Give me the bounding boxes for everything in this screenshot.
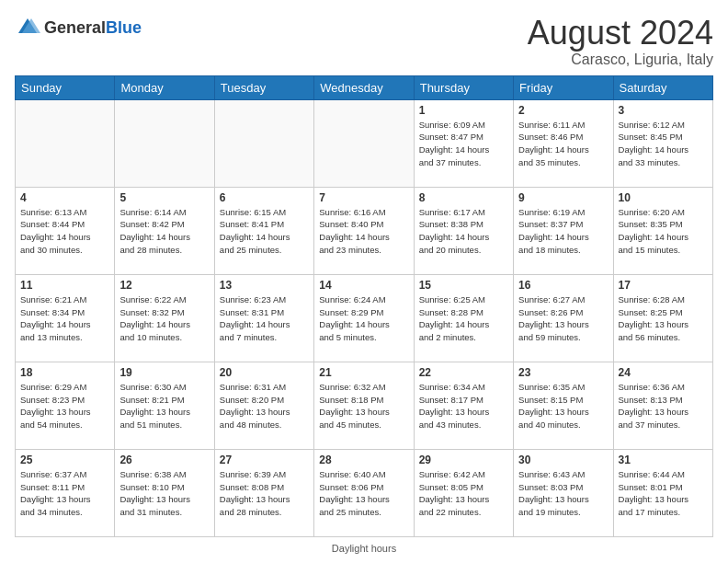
calendar-cell: 6Sunrise: 6:15 AM Sunset: 8:41 PM Daylig… (214, 187, 313, 274)
day-info: Sunrise: 6:42 AM Sunset: 8:05 PM Dayligh… (419, 468, 508, 519)
calendar-cell (214, 99, 313, 187)
calendar-week-1: 4Sunrise: 6:13 AM Sunset: 8:44 PM Daylig… (16, 187, 713, 274)
day-info: Sunrise: 6:31 AM Sunset: 8:20 PM Dayligh… (220, 381, 309, 431)
calendar-cell: 28Sunrise: 6:40 AM Sunset: 8:06 PM Dayli… (314, 449, 414, 536)
day-number: 18 (20, 366, 109, 379)
calendar-cell: 11Sunrise: 6:21 AM Sunset: 8:34 PM Dayli… (16, 274, 115, 362)
calendar-cell: 26Sunrise: 6:38 AM Sunset: 8:10 PM Dayli… (115, 449, 214, 536)
calendar-cell: 4Sunrise: 6:13 AM Sunset: 8:44 PM Daylig… (16, 187, 115, 274)
day-number: 25 (20, 454, 109, 466)
header: GeneralBlue August 2024 Carasco, Liguria… (15, 15, 713, 68)
day-number: 16 (518, 279, 608, 292)
calendar-week-3: 18Sunrise: 6:29 AM Sunset: 8:23 PM Dayli… (16, 362, 713, 449)
day-number: 24 (619, 366, 708, 379)
calendar-cell: 2Sunrise: 6:11 AM Sunset: 8:46 PM Daylig… (514, 99, 613, 187)
day-info: Sunrise: 6:30 AM Sunset: 8:21 PM Dayligh… (119, 381, 209, 431)
calendar-cell: 15Sunrise: 6:25 AM Sunset: 8:28 PM Dayli… (414, 274, 513, 362)
day-number: 28 (319, 454, 408, 466)
day-number: 29 (419, 454, 508, 466)
day-number: 11 (20, 279, 109, 292)
calendar-cell: 24Sunrise: 6:36 AM Sunset: 8:13 PM Dayli… (613, 362, 712, 449)
calendar-cell: 8Sunrise: 6:17 AM Sunset: 8:38 PM Daylig… (414, 187, 513, 274)
calendar-table: SundayMondayTuesdayWednesdayThursdayFrid… (15, 75, 713, 537)
calendar-cell: 30Sunrise: 6:43 AM Sunset: 8:03 PM Dayli… (514, 449, 613, 536)
day-number: 19 (119, 366, 209, 379)
footer: Daylight hours (15, 543, 713, 554)
day-info: Sunrise: 6:17 AM Sunset: 8:38 PM Dayligh… (419, 206, 508, 257)
day-info: Sunrise: 6:14 AM Sunset: 8:42 PM Dayligh… (119, 206, 209, 257)
day-number: 27 (220, 454, 309, 466)
day-info: Sunrise: 6:44 AM Sunset: 8:01 PM Dayligh… (619, 468, 708, 519)
calendar-cell: 14Sunrise: 6:24 AM Sunset: 8:29 PM Dayli… (314, 274, 414, 362)
calendar-cell (115, 99, 214, 187)
day-number: 22 (419, 366, 508, 379)
day-info: Sunrise: 6:15 AM Sunset: 8:41 PM Dayligh… (220, 206, 309, 257)
day-info: Sunrise: 6:20 AM Sunset: 8:35 PM Dayligh… (619, 206, 708, 257)
calendar-cell: 10Sunrise: 6:20 AM Sunset: 8:35 PM Dayli… (613, 187, 712, 274)
col-header-wednesday: Wednesday (314, 75, 414, 99)
day-number: 21 (319, 366, 408, 379)
calendar-week-2: 11Sunrise: 6:21 AM Sunset: 8:34 PM Dayli… (16, 274, 713, 362)
day-info: Sunrise: 6:12 AM Sunset: 8:45 PM Dayligh… (619, 119, 708, 169)
day-info: Sunrise: 6:09 AM Sunset: 8:47 PM Dayligh… (419, 119, 508, 169)
calendar-cell: 21Sunrise: 6:32 AM Sunset: 8:18 PM Dayli… (314, 362, 414, 449)
calendar-cell: 29Sunrise: 6:42 AM Sunset: 8:05 PM Dayli… (414, 449, 513, 536)
calendar-cell: 20Sunrise: 6:31 AM Sunset: 8:20 PM Dayli… (214, 362, 313, 449)
day-info: Sunrise: 6:23 AM Sunset: 8:31 PM Dayligh… (220, 293, 309, 344)
day-number: 4 (20, 191, 109, 204)
calendar-cell: 31Sunrise: 6:44 AM Sunset: 8:01 PM Dayli… (613, 449, 712, 536)
day-info: Sunrise: 6:11 AM Sunset: 8:46 PM Dayligh… (518, 119, 608, 169)
day-info: Sunrise: 6:35 AM Sunset: 8:15 PM Dayligh… (518, 381, 608, 431)
day-number: 15 (419, 279, 508, 292)
logo-icon (15, 15, 40, 40)
calendar-cell: 12Sunrise: 6:22 AM Sunset: 8:32 PM Dayli… (115, 274, 214, 362)
day-info: Sunrise: 6:39 AM Sunset: 8:08 PM Dayligh… (220, 468, 309, 519)
day-number: 20 (220, 366, 309, 379)
daylight-label: Daylight hours (332, 543, 396, 554)
day-number: 5 (119, 191, 209, 204)
day-info: Sunrise: 6:34 AM Sunset: 8:17 PM Dayligh… (419, 381, 508, 431)
day-number: 9 (518, 191, 608, 204)
calendar-cell: 7Sunrise: 6:16 AM Sunset: 8:40 PM Daylig… (314, 187, 414, 274)
day-number: 31 (619, 454, 708, 466)
day-number: 13 (220, 279, 309, 292)
main-title: August 2024 (528, 15, 713, 52)
day-number: 26 (119, 454, 209, 466)
col-header-saturday: Saturday (613, 75, 712, 99)
logo-blue: Blue (106, 18, 142, 37)
day-info: Sunrise: 6:27 AM Sunset: 8:26 PM Dayligh… (518, 293, 608, 344)
day-info: Sunrise: 6:29 AM Sunset: 8:23 PM Dayligh… (20, 381, 109, 431)
day-info: Sunrise: 6:37 AM Sunset: 8:11 PM Dayligh… (20, 468, 109, 519)
calendar-cell: 27Sunrise: 6:39 AM Sunset: 8:08 PM Dayli… (214, 449, 313, 536)
calendar-cell: 22Sunrise: 6:34 AM Sunset: 8:17 PM Dayli… (414, 362, 513, 449)
day-info: Sunrise: 6:32 AM Sunset: 8:18 PM Dayligh… (319, 381, 408, 431)
calendar-cell: 1Sunrise: 6:09 AM Sunset: 8:47 PM Daylig… (414, 99, 513, 187)
day-info: Sunrise: 6:22 AM Sunset: 8:32 PM Dayligh… (119, 293, 209, 344)
col-header-sunday: Sunday (16, 75, 115, 99)
day-info: Sunrise: 6:24 AM Sunset: 8:29 PM Dayligh… (319, 293, 408, 344)
day-number: 17 (619, 279, 708, 292)
day-info: Sunrise: 6:28 AM Sunset: 8:25 PM Dayligh… (619, 293, 708, 344)
col-header-friday: Friday (514, 75, 613, 99)
day-info: Sunrise: 6:13 AM Sunset: 8:44 PM Dayligh… (20, 206, 109, 257)
day-number: 30 (518, 454, 608, 466)
calendar-cell: 3Sunrise: 6:12 AM Sunset: 8:45 PM Daylig… (613, 99, 712, 187)
calendar-cell: 5Sunrise: 6:14 AM Sunset: 8:42 PM Daylig… (115, 187, 214, 274)
day-number: 12 (119, 279, 209, 292)
day-number: 1 (419, 104, 508, 117)
day-info: Sunrise: 6:19 AM Sunset: 8:37 PM Dayligh… (518, 206, 608, 257)
page: GeneralBlue August 2024 Carasco, Liguria… (0, 0, 728, 563)
day-number: 14 (319, 279, 408, 292)
day-number: 6 (220, 191, 309, 204)
calendar-cell (314, 99, 414, 187)
calendar-cell: 13Sunrise: 6:23 AM Sunset: 8:31 PM Dayli… (214, 274, 313, 362)
day-number: 8 (419, 191, 508, 204)
day-info: Sunrise: 6:36 AM Sunset: 8:13 PM Dayligh… (619, 381, 708, 431)
day-info: Sunrise: 6:38 AM Sunset: 8:10 PM Dayligh… (119, 468, 209, 519)
calendar-cell: 17Sunrise: 6:28 AM Sunset: 8:25 PM Dayli… (613, 274, 712, 362)
day-number: 3 (619, 104, 708, 117)
day-number: 7 (319, 191, 408, 204)
day-info: Sunrise: 6:40 AM Sunset: 8:06 PM Dayligh… (319, 468, 408, 519)
day-info: Sunrise: 6:43 AM Sunset: 8:03 PM Dayligh… (518, 468, 608, 519)
day-number: 23 (518, 366, 608, 379)
